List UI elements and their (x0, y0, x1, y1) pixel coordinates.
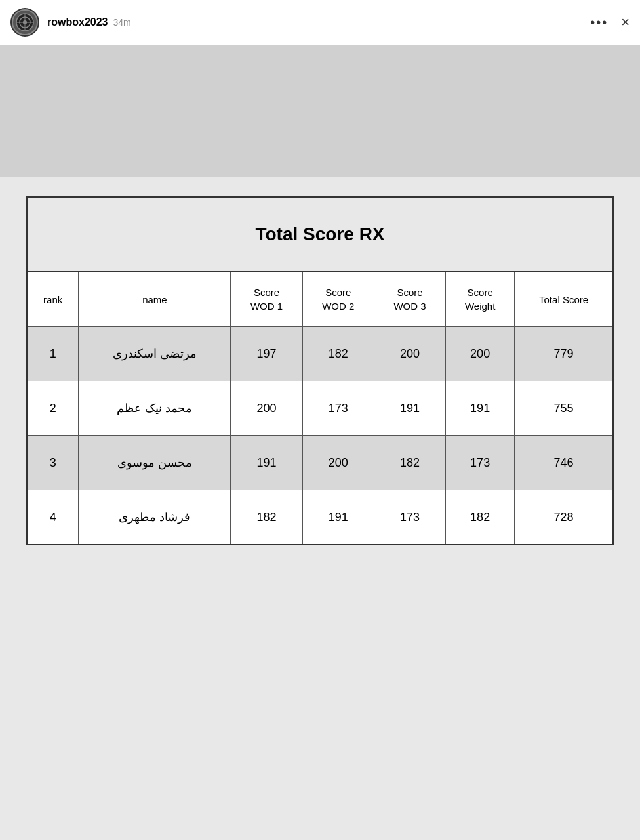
score-weight-cell: 173 (446, 436, 515, 490)
total-score-cell: 755 (515, 381, 613, 436)
score-wod3-cell: 191 (374, 381, 445, 436)
rank-cell: 1 (27, 327, 79, 381)
instagram-header: rowbox2023 34m ••• × (0, 0, 640, 45)
total-score-cell: 728 (515, 490, 613, 545)
table-title: Total Score RX (27, 197, 613, 272)
table-title-row: Total Score RX (27, 197, 613, 272)
col-total-score: Total Score (515, 272, 613, 327)
header-actions: ••• × (590, 14, 630, 31)
avatar (10, 8, 39, 37)
name-cell: مرتضی اسکندری (79, 327, 231, 381)
score-weight-cell: 182 (446, 490, 515, 545)
score-wod1-cell: 200 (231, 381, 302, 436)
table-row: 4فرشاد مطهری182191173182728 (27, 490, 613, 545)
score-wod1-cell: 191 (231, 436, 302, 490)
table-container: Total Score RX rank name ScoreWOD 1 Scor… (0, 177, 640, 572)
table-row: 2محمد نیک عظم200173191191755 (27, 381, 613, 436)
rank-cell: 3 (27, 436, 79, 490)
table-row: 3محسن موسوی191200182173746 (27, 436, 613, 490)
col-score-wod1: ScoreWOD 1 (231, 272, 302, 327)
score-weight-cell: 200 (446, 327, 515, 381)
score-wod3-cell: 182 (374, 436, 445, 490)
total-score-cell: 746 (515, 436, 613, 490)
score-table: Total Score RX rank name ScoreWOD 1 Scor… (26, 196, 614, 545)
score-wod2-cell: 173 (302, 381, 374, 436)
score-wod3-cell: 200 (374, 327, 445, 381)
total-score-cell: 779 (515, 327, 613, 381)
score-wod2-cell: 191 (302, 490, 374, 545)
post-time: 34m (113, 17, 130, 28)
col-name: name (79, 272, 231, 327)
name-cell: محمد نیک عظم (79, 381, 231, 436)
table-body: 1مرتضی اسکندری1971822002007792محمد نیک ع… (27, 327, 613, 545)
col-score-weight: ScoreWeight (446, 272, 515, 327)
more-options-button[interactable]: ••• (590, 15, 608, 30)
username-label[interactable]: rowbox2023 (47, 16, 108, 28)
score-wod2-cell: 182 (302, 327, 374, 381)
score-wod1-cell: 182 (231, 490, 302, 545)
col-rank: rank (27, 272, 79, 327)
score-wod1-cell: 197 (231, 327, 302, 381)
close-button[interactable]: × (621, 14, 630, 31)
score-wod3-cell: 173 (374, 490, 445, 545)
col-score-wod3: ScoreWOD 3 (374, 272, 445, 327)
name-cell: فرشاد مطهری (79, 490, 231, 545)
score-weight-cell: 191 (446, 381, 515, 436)
score-wod2-cell: 200 (302, 436, 374, 490)
rank-cell: 2 (27, 381, 79, 436)
rank-cell: 4 (27, 490, 79, 545)
story-background (0, 45, 640, 177)
avatar-inner (12, 9, 38, 35)
col-score-wod2: ScoreWOD 2 (302, 272, 374, 327)
table-header-row: rank name ScoreWOD 1 ScoreWOD 2 ScoreWOD… (27, 272, 613, 327)
table-row: 1مرتضی اسکندری197182200200779 (27, 327, 613, 381)
name-cell: محسن موسوی (79, 436, 231, 490)
